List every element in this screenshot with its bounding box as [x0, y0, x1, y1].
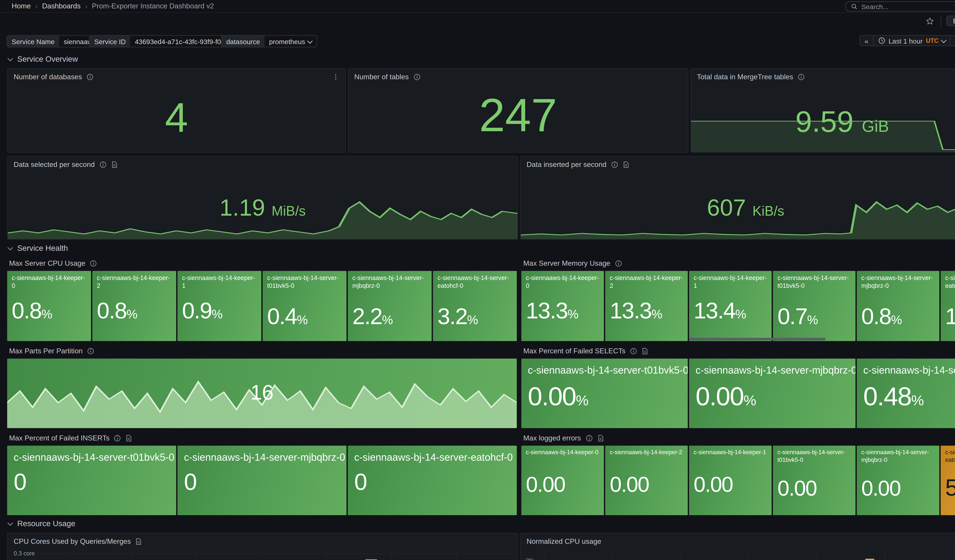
series-line-sliver: [365, 559, 377, 560]
stat-cell-value: 0.00: [861, 478, 900, 499]
chevron-down-icon: [8, 245, 13, 250]
time-range-picker[interactable]: Last 1 hour UTC: [874, 35, 951, 46]
stat-cell-host: c-siennaaws-bj-14-server-mjbqbrz-0: [177, 446, 346, 469]
panel-header[interactable]: CPU Cores Used by Queries/Merges: [8, 533, 517, 549]
panel-header-inserts[interactable]: Max Percent of Failed INSERTs: [9, 434, 132, 442]
gridline: [196, 554, 197, 560]
stat-cell-host: c-siennaaws-bj-14-keeper-1: [689, 271, 772, 293]
stat-cell-memory-2: c-siennaaws-bj-14-keeper-1 13.4%: [689, 271, 772, 341]
stat-value: 1.19 MiB/s: [8, 194, 517, 222]
stat-cell-host: c-siennaaws-bj-14-keeper-2: [605, 446, 688, 460]
section-title: Service Health: [17, 244, 68, 253]
section-service-overview[interactable]: Service Overview: [8, 55, 78, 64]
gridline: [680, 547, 681, 560]
stat-cell-selects-2: c-siennaaws-bj-14-server-eatohcf-0 0.48%: [857, 359, 955, 428]
breadcrumb-home[interactable]: Home: [12, 2, 31, 10]
breadcrumb-dashboards[interactable]: Dashboards: [42, 2, 81, 10]
section-resource-usage[interactable]: Resource Usage: [8, 519, 75, 528]
time-shift-forward-button[interactable]: »: [950, 35, 955, 46]
info-icon[interactable]: [114, 434, 121, 441]
description-icon[interactable]: [135, 538, 142, 545]
panel-header[interactable]: Total data in MergeTree tables: [691, 69, 955, 84]
variable-datasource[interactable]: datasource prometheus: [221, 35, 317, 48]
panel-header[interactable]: Data selected per second: [8, 156, 517, 172]
stat-cell-value: 0: [177, 469, 346, 494]
description-icon[interactable]: [642, 347, 648, 354]
breadcrumb: Home › Dashboards › Prom-Exporter Instan…: [12, 2, 214, 10]
top-nav-bar: Home › Dashboards › Prom-Exporter Instan…: [0, 0, 955, 13]
info-icon[interactable]: [86, 73, 94, 80]
chevron-down-icon: [8, 521, 13, 526]
description-icon[interactable]: [597, 434, 604, 441]
gridline: [39, 554, 515, 554]
stat-cell-errors-5: c-siennaaws-bj-14-server-eatohcf-0 5.00: [941, 446, 955, 515]
gridline: [326, 554, 327, 560]
info-icon[interactable]: [90, 260, 97, 267]
horizontal-scrollbar-thumb[interactable]: [689, 338, 826, 341]
stat-cell-host: c-siennaaws-bj-14-keeper-2: [605, 271, 688, 293]
breadcrumb-current: Prom-Exporter Instance Dashboard v2: [92, 2, 214, 10]
stat-cell-cpu-0: c-siennaaws-bj-14-keeper-0 0.8%: [7, 271, 91, 341]
gridline: [544, 547, 545, 560]
info-icon[interactable]: [630, 347, 637, 354]
search-placeholder: Search...: [861, 3, 889, 11]
description-icon[interactable]: [623, 161, 629, 168]
info-icon[interactable]: [413, 73, 420, 80]
variable-label: Service ID: [90, 36, 130, 47]
stat-cell-errors-1: c-siennaaws-bj-14-keeper-2 0.00: [605, 446, 688, 515]
info-icon[interactable]: [611, 161, 618, 168]
search-input[interactable]: Search... ⌘+k: [845, 2, 955, 12]
y-axis-tick: 0.3 core: [14, 550, 35, 557]
panel-title: Max Server Memory Usage: [523, 259, 611, 267]
stat-cell-host: c-siennaaws-bj-14-keeper-1: [689, 446, 772, 460]
favorite-button[interactable]: [925, 17, 934, 25]
stat-cell-host: c-siennaaws-bj-14-server-mjbqbrz-0: [348, 271, 432, 293]
stat-cell-cpu-5: c-siennaaws-bj-14-server-eatohcf-0 3.2%: [433, 271, 517, 341]
stat-cell-memory-0: c-siennaaws-bj-14-keeper-0 13.3%: [521, 271, 604, 341]
panel-header-parts[interactable]: Max Parts Per Partition: [9, 347, 94, 355]
panel-number-of-databases: Number of databases 4: [7, 68, 346, 153]
edit-button[interactable]: Edit: [946, 16, 955, 26]
stat-cell-host: c-siennaaws-bj-14-server-t01bvk5-0: [7, 446, 176, 469]
section-title: Service Overview: [17, 55, 78, 64]
panel-title: CPU Cores Used by Queries/Merges: [14, 537, 131, 545]
description-icon[interactable]: [126, 434, 132, 441]
info-icon[interactable]: [798, 73, 805, 80]
time-range-label: Last 1 hour: [889, 37, 923, 44]
panel-header-errors[interactable]: Max logged errors: [523, 434, 604, 442]
stat-cell-value: 1.4%: [945, 305, 955, 327]
stat-cell-host: c-siennaaws-bj-14-server-t01bvk5-0: [521, 359, 688, 382]
y-axis-tick: 3%: [526, 557, 534, 560]
double-chevron-left-icon: «: [865, 37, 869, 44]
kebab-menu-icon[interactable]: [332, 73, 339, 80]
stat-cell-inserts-0: c-siennaaws-bj-14-server-t01bvk5-0 0: [7, 446, 176, 515]
panel-normalized-cpu: Normalized CPU usage 3%: [520, 533, 955, 560]
stat-cell-value: 0.8%: [861, 305, 902, 327]
panel-header-memory[interactable]: Max Server Memory Usage: [523, 259, 622, 267]
panel-header[interactable]: Data inserted per second: [521, 156, 955, 172]
panel-header-selects[interactable]: Max Percent of Failed SELECTs: [523, 347, 648, 355]
stat-cell-memory-3: c-siennaaws-bj-14-server-t01bvk5-0 0.7%: [773, 271, 855, 341]
series-line-sliver: [865, 558, 874, 560]
panel-header-cpu[interactable]: Max Server CPU Usage: [9, 259, 97, 267]
panel-header[interactable]: Number of tables: [348, 69, 688, 84]
panel-header[interactable]: Normalized CPU usage: [521, 533, 955, 549]
stat-cell-value: 0.4%: [267, 305, 308, 327]
section-service-health[interactable]: Service Health: [8, 244, 68, 253]
stat-cell-value: 0.00%: [689, 382, 855, 410]
info-icon[interactable]: [99, 161, 106, 168]
gridline: [456, 554, 457, 560]
info-icon[interactable]: [615, 260, 622, 267]
panel-header[interactable]: Number of databases: [8, 69, 345, 84]
panel-title: Max Parts Per Partition: [9, 347, 83, 355]
gridline: [131, 554, 132, 560]
gridline: [817, 547, 817, 560]
toolbar-divider: [941, 16, 941, 27]
panel-title: Total data in MergeTree tables: [697, 73, 793, 81]
description-icon[interactable]: [111, 161, 117, 168]
panel-number-of-tables: Number of tables 247: [348, 68, 688, 153]
time-shift-back-button[interactable]: «: [859, 35, 874, 46]
stat-cell-host: c-siennaaws-bj-14-keeper-0: [7, 271, 91, 293]
info-icon[interactable]: [586, 434, 592, 441]
info-icon[interactable]: [87, 347, 94, 354]
